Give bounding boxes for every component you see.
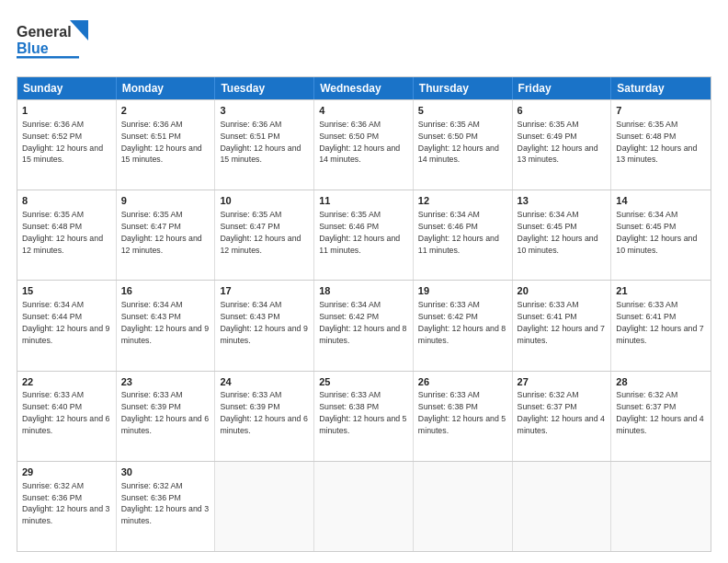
day-cell-7: 7 Sunrise: 6:35 AMSunset: 6:48 PMDayligh… (611, 100, 711, 190)
day-header-thursday: Thursday (414, 77, 513, 99)
day-cell-27: 27 Sunrise: 6:32 AMSunset: 6:37 PMDaylig… (513, 372, 612, 461)
cell-content: Sunrise: 6:35 AMSunset: 6:50 PMDaylight:… (418, 120, 499, 165)
day-number: 6 (518, 104, 607, 118)
calendar-body: 1 Sunrise: 6:36 AMSunset: 6:52 PMDayligh… (17, 99, 711, 551)
cell-content: Sunrise: 6:36 AMSunset: 6:52 PMDaylight:… (22, 120, 103, 165)
empty-cell (611, 462, 711, 551)
day-header-sunday: Sunday (17, 77, 117, 99)
day-number: 13 (518, 194, 607, 208)
day-cell-21: 21 Sunrise: 6:33 AMSunset: 6:41 PMDaylig… (611, 281, 711, 370)
day-number: 15 (22, 284, 111, 298)
cell-content: Sunrise: 6:32 AMSunset: 6:37 PMDaylight:… (518, 390, 605, 435)
day-cell-30: 30 Sunrise: 6:32 AMSunset: 6:36 PMDaylig… (117, 462, 216, 551)
day-cell-14: 14 Sunrise: 6:34 AMSunset: 6:45 PMDaylig… (611, 190, 711, 280)
day-cell-24: 24 Sunrise: 6:33 AMSunset: 6:39 PMDaylig… (215, 372, 314, 461)
cell-content: Sunrise: 6:34 AMSunset: 6:42 PMDaylight:… (319, 300, 406, 345)
cell-content: Sunrise: 6:34 AMSunset: 6:45 PMDaylight:… (518, 210, 598, 255)
day-number: 21 (616, 284, 706, 298)
calendar-row-2: 8 Sunrise: 6:35 AMSunset: 6:48 PMDayligh… (17, 190, 711, 280)
empty-cell (215, 462, 314, 551)
day-number: 5 (418, 104, 507, 118)
day-cell-25: 25 Sunrise: 6:33 AMSunset: 6:38 PMDaylig… (314, 372, 414, 461)
day-number: 19 (418, 284, 507, 298)
day-number: 20 (518, 284, 607, 298)
day-cell-17: 17 Sunrise: 6:34 AMSunset: 6:43 PMDaylig… (215, 281, 314, 370)
cell-content: Sunrise: 6:35 AMSunset: 6:48 PMDaylight:… (22, 210, 103, 255)
day-cell-8: 8 Sunrise: 6:35 AMSunset: 6:48 PMDayligh… (17, 190, 117, 280)
cell-content: Sunrise: 6:36 AMSunset: 6:51 PMDaylight:… (121, 120, 202, 165)
logo: General Blue (17, 17, 99, 67)
day-number: 14 (616, 194, 706, 208)
day-cell-19: 19 Sunrise: 6:33 AMSunset: 6:42 PMDaylig… (414, 281, 513, 370)
day-number: 29 (22, 465, 111, 479)
cell-content: Sunrise: 6:33 AMSunset: 6:42 PMDaylight:… (418, 300, 506, 345)
cell-content: Sunrise: 6:34 AMSunset: 6:46 PMDaylight:… (418, 210, 499, 255)
empty-cell (414, 462, 513, 551)
svg-rect-3 (17, 56, 79, 59)
cell-content: Sunrise: 6:35 AMSunset: 6:49 PMDaylight:… (518, 120, 598, 165)
day-cell-18: 18 Sunrise: 6:34 AMSunset: 6:42 PMDaylig… (314, 281, 414, 370)
cell-content: Sunrise: 6:34 AMSunset: 6:43 PMDaylight:… (220, 300, 307, 345)
calendar-row-1: 1 Sunrise: 6:36 AMSunset: 6:52 PMDayligh… (17, 99, 711, 190)
day-cell-2: 2 Sunrise: 6:36 AMSunset: 6:51 PMDayligh… (117, 100, 216, 190)
day-cell-20: 20 Sunrise: 6:33 AMSunset: 6:41 PMDaylig… (513, 281, 612, 370)
day-cell-3: 3 Sunrise: 6:36 AMSunset: 6:51 PMDayligh… (215, 100, 314, 190)
cell-content: Sunrise: 6:35 AMSunset: 6:47 PMDaylight:… (220, 210, 301, 255)
day-header-monday: Monday (117, 77, 216, 99)
calendar-row-3: 15 Sunrise: 6:34 AMSunset: 6:44 PMDaylig… (17, 280, 711, 370)
svg-text:General: General (17, 24, 72, 40)
day-number: 12 (418, 194, 507, 208)
cell-content: Sunrise: 6:34 AMSunset: 6:43 PMDaylight:… (121, 300, 209, 345)
day-cell-9: 9 Sunrise: 6:35 AMSunset: 6:47 PMDayligh… (117, 190, 216, 280)
day-number: 3 (220, 104, 309, 118)
day-number: 10 (220, 194, 309, 208)
day-number: 22 (22, 375, 111, 389)
cell-content: Sunrise: 6:35 AMSunset: 6:47 PMDaylight:… (121, 210, 202, 255)
cell-content: Sunrise: 6:33 AMSunset: 6:38 PMDaylight:… (319, 390, 406, 435)
cell-content: Sunrise: 6:32 AMSunset: 6:36 PMDaylight:… (22, 481, 109, 526)
day-number: 1 (22, 104, 111, 118)
calendar-row-4: 22 Sunrise: 6:33 AMSunset: 6:40 PMDaylig… (17, 371, 711, 461)
svg-text:Blue: Blue (17, 40, 49, 56)
day-cell-5: 5 Sunrise: 6:35 AMSunset: 6:50 PMDayligh… (414, 100, 513, 190)
day-number: 9 (121, 194, 210, 208)
day-number: 24 (220, 375, 309, 389)
cell-content: Sunrise: 6:32 AMSunset: 6:36 PMDaylight:… (121, 481, 209, 526)
day-number: 27 (518, 375, 607, 389)
cell-content: Sunrise: 6:33 AMSunset: 6:41 PMDaylight:… (616, 300, 703, 345)
day-cell-6: 6 Sunrise: 6:35 AMSunset: 6:49 PMDayligh… (513, 100, 612, 190)
day-header-friday: Friday (513, 77, 612, 99)
day-number: 30 (121, 465, 210, 479)
day-number: 4 (319, 104, 408, 118)
day-cell-12: 12 Sunrise: 6:34 AMSunset: 6:46 PMDaylig… (414, 190, 513, 280)
cell-content: Sunrise: 6:33 AMSunset: 6:38 PMDaylight:… (418, 390, 506, 435)
day-cell-4: 4 Sunrise: 6:36 AMSunset: 6:50 PMDayligh… (314, 100, 414, 190)
cell-content: Sunrise: 6:32 AMSunset: 6:37 PMDaylight:… (616, 390, 703, 435)
day-number: 28 (616, 375, 706, 389)
day-number: 25 (319, 375, 408, 389)
cell-content: Sunrise: 6:33 AMSunset: 6:39 PMDaylight:… (121, 390, 209, 435)
day-cell-26: 26 Sunrise: 6:33 AMSunset: 6:38 PMDaylig… (414, 372, 513, 461)
cell-content: Sunrise: 6:35 AMSunset: 6:48 PMDaylight:… (616, 120, 697, 165)
cell-content: Sunrise: 6:33 AMSunset: 6:40 PMDaylight:… (22, 390, 109, 435)
day-cell-13: 13 Sunrise: 6:34 AMSunset: 6:45 PMDaylig… (513, 190, 612, 280)
day-number: 17 (220, 284, 309, 298)
cell-content: Sunrise: 6:33 AMSunset: 6:39 PMDaylight:… (220, 390, 307, 435)
svg-marker-1 (70, 20, 88, 40)
day-cell-28: 28 Sunrise: 6:32 AMSunset: 6:37 PMDaylig… (611, 372, 711, 461)
day-number: 23 (121, 375, 210, 389)
cell-content: Sunrise: 6:34 AMSunset: 6:44 PMDaylight:… (22, 300, 109, 345)
day-cell-15: 15 Sunrise: 6:34 AMSunset: 6:44 PMDaylig… (17, 281, 117, 370)
cell-content: Sunrise: 6:33 AMSunset: 6:41 PMDaylight:… (518, 300, 605, 345)
page: General Blue SundayMondayTuesdayWednesda… (0, 0, 728, 563)
cell-content: Sunrise: 6:36 AMSunset: 6:51 PMDaylight:… (220, 120, 301, 165)
cell-content: Sunrise: 6:36 AMSunset: 6:50 PMDaylight:… (319, 120, 400, 165)
calendar: SundayMondayTuesdayWednesdayThursdayFrid… (17, 76, 711, 552)
empty-cell (513, 462, 612, 551)
day-number: 26 (418, 375, 507, 389)
empty-cell (314, 462, 414, 551)
day-number: 8 (22, 194, 111, 208)
cell-content: Sunrise: 6:35 AMSunset: 6:46 PMDaylight:… (319, 210, 400, 255)
day-cell-22: 22 Sunrise: 6:33 AMSunset: 6:40 PMDaylig… (17, 372, 117, 461)
day-cell-11: 11 Sunrise: 6:35 AMSunset: 6:46 PMDaylig… (314, 190, 414, 280)
